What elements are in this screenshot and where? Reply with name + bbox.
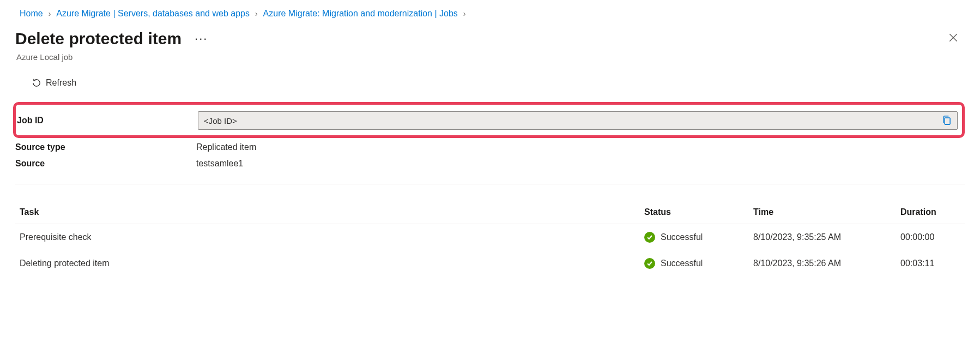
- col-header-status: Status: [644, 207, 753, 217]
- close-button[interactable]: [942, 28, 965, 49]
- col-header-task: Task: [20, 207, 644, 217]
- copy-button[interactable]: [942, 115, 952, 126]
- more-actions-button[interactable]: ···: [192, 32, 210, 46]
- source-type-label: Source type: [15, 142, 196, 152]
- task-name: Prerequisite check: [20, 232, 644, 242]
- breadcrumb-jobs[interactable]: Azure Migrate: Migration and modernizati…: [263, 9, 458, 19]
- task-time: 8/10/2023, 9:35:25 AM: [753, 232, 900, 242]
- source-type-value: Replicated item: [196, 142, 256, 152]
- task-duration: 00:03:11: [900, 259, 960, 268]
- chevron-right-icon: ›: [463, 9, 466, 18]
- highlight-jobid: Job ID <Job ID>: [13, 102, 965, 138]
- divider: [15, 184, 965, 184]
- task-name: Deleting protected item: [20, 259, 644, 268]
- chevron-right-icon: ›: [255, 9, 258, 18]
- success-icon: [644, 232, 655, 243]
- task-duration: 00:00:00: [900, 232, 960, 242]
- tasks-table: Task Status Time Duration Prerequisite c…: [15, 201, 965, 277]
- task-time: 8/10/2023, 9:35:26 AM: [753, 259, 900, 268]
- breadcrumb-servers[interactable]: Azure Migrate | Servers, databases and w…: [56, 9, 250, 19]
- close-icon: [948, 33, 958, 43]
- table-header: Task Status Time Duration: [15, 201, 965, 224]
- task-status: Successful: [661, 259, 703, 268]
- breadcrumb-home[interactable]: Home: [20, 9, 43, 19]
- chevron-right-icon: ›: [49, 9, 51, 18]
- col-header-duration: Duration: [900, 207, 960, 217]
- job-id-value: <Job ID>: [204, 116, 237, 125]
- breadcrumb: Home › Azure Migrate | Servers, database…: [15, 8, 965, 28]
- copy-icon: [942, 115, 952, 126]
- col-header-time: Time: [753, 207, 900, 217]
- refresh-button[interactable]: Refresh: [32, 78, 965, 88]
- refresh-label: Refresh: [46, 78, 76, 88]
- job-id-field[interactable]: <Job ID>: [198, 111, 958, 130]
- source-value: testsamlee1: [196, 159, 243, 169]
- job-properties: Job ID <Job ID> Source type Replicated i…: [15, 102, 965, 172]
- table-row: Prerequisite check Successful 8/10/2023,…: [15, 224, 965, 250]
- svg-rect-2: [945, 118, 950, 124]
- task-status: Successful: [661, 232, 703, 242]
- job-id-label: Job ID: [17, 116, 198, 125]
- refresh-icon: [32, 78, 41, 88]
- source-label: Source: [15, 159, 196, 169]
- page-title: Delete protected item: [15, 29, 182, 48]
- page-subtitle: Azure Local job: [15, 52, 965, 62]
- success-icon: [644, 258, 655, 269]
- table-row: Deleting protected item Successful 8/10/…: [15, 250, 965, 277]
